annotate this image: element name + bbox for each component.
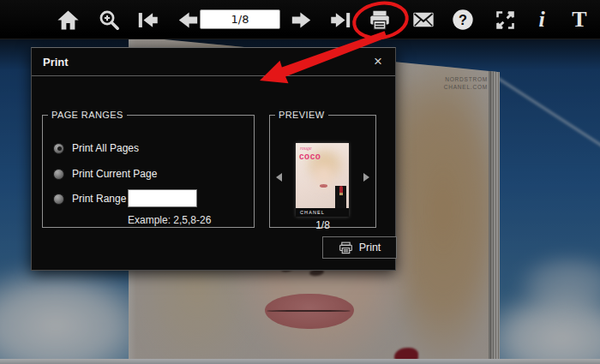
page-ranges-fieldset: PAGE RANGES Print All Pages Print Curren…	[42, 110, 255, 228]
text-icon: T	[572, 7, 586, 33]
email-icon	[411, 8, 435, 32]
print-range-option[interactable]: Print Range	[53, 192, 126, 206]
flipbook-viewer-screen: NORDSTROM CHANEL.COM	[0, 0, 600, 364]
email-button[interactable]	[409, 5, 438, 34]
zoom-in-button[interactable]	[94, 5, 123, 34]
preview-legend: PREVIEW	[275, 110, 328, 120]
print-all-pages-option[interactable]: Print All Pages	[53, 141, 139, 155]
toolbar: ? i T	[0, 0, 600, 39]
page-indicator-input[interactable]	[200, 9, 280, 29]
print-icon	[368, 8, 392, 32]
next-page-button[interactable]	[286, 5, 315, 34]
preview-next-icon[interactable]	[363, 173, 369, 182]
radio-label: Print All Pages	[72, 142, 139, 154]
previous-page-icon	[177, 9, 200, 32]
first-page-icon	[136, 9, 159, 32]
thumbnail-product-script: rouge	[300, 146, 312, 151]
print-icon	[339, 241, 353, 255]
radio-button[interactable]	[53, 169, 64, 180]
close-icon[interactable]: ×	[369, 53, 387, 70]
svg-text:?: ?	[459, 12, 467, 27]
thumbnail-model-lips	[320, 184, 327, 188]
fullscreen-icon	[494, 9, 517, 32]
previous-page-button[interactable]	[173, 5, 202, 34]
print-button-toolbar[interactable]	[365, 5, 394, 34]
radio-label: Print Current Page	[72, 168, 157, 180]
preview-fieldset: PREVIEW rouge coco CHANEL 1/8	[269, 110, 376, 228]
text-select-button[interactable]: T	[565, 5, 594, 34]
zoom-in-icon	[98, 9, 121, 32]
print-current-page-option[interactable]: Print Current Page	[53, 167, 157, 181]
preview-previous-icon[interactable]	[276, 173, 282, 182]
print-dialog: Print × PAGE RANGES Print All Pages Prin…	[31, 47, 396, 271]
print-button-label: Print	[359, 242, 381, 254]
page-indicator-box	[200, 9, 280, 29]
thumbnail-brand: CHANEL	[300, 210, 325, 215]
radio-label: Print Range	[72, 193, 126, 205]
thumbnail-product-title: coco	[299, 152, 321, 161]
last-page-icon	[329, 9, 352, 32]
help-button[interactable]: ?	[448, 5, 477, 34]
page-range-input[interactable]	[128, 189, 197, 207]
help-icon: ?	[451, 8, 475, 32]
next-page-icon	[290, 9, 313, 32]
thumbnail-lipstick	[339, 193, 343, 206]
home-button[interactable]	[53, 5, 82, 34]
thumbnail-brand-bar: CHANEL	[296, 208, 349, 217]
last-page-button[interactable]	[326, 5, 355, 34]
page-ranges-legend: PAGE RANGES	[48, 110, 127, 120]
radio-button[interactable]	[53, 143, 64, 154]
info-button[interactable]: i	[527, 5, 556, 34]
dialog-header: Print ×	[32, 48, 395, 76]
range-example-text: Example: 2,5,8-26	[128, 214, 211, 226]
radio-button[interactable]	[53, 194, 64, 205]
home-icon	[57, 9, 80, 32]
page-thumbnail: rouge coco CHANEL	[296, 143, 349, 217]
print-confirm-button[interactable]: Print	[322, 236, 397, 259]
dialog-title: Print	[43, 56, 69, 69]
first-page-button[interactable]	[133, 5, 162, 34]
preview-page-label: 1/8	[270, 219, 375, 231]
info-icon: i	[538, 7, 544, 33]
fullscreen-button[interactable]	[490, 5, 519, 34]
